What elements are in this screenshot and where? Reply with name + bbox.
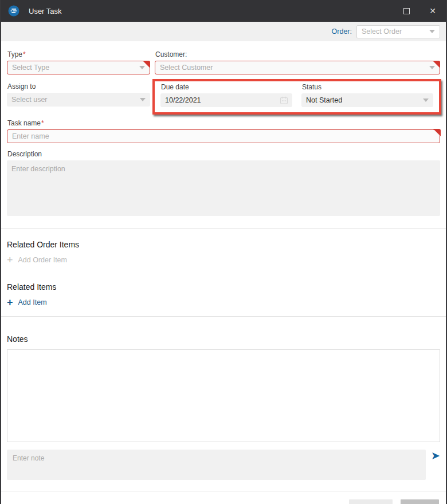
save-button[interactable]: SAVE xyxy=(401,499,439,504)
section-divider xyxy=(1,228,446,229)
send-note-button[interactable]: ➤ xyxy=(431,450,440,461)
calendar-icon xyxy=(280,96,288,105)
description-label: Description xyxy=(7,150,440,158)
window-title: User Task xyxy=(29,7,62,15)
cancel-button[interactable]: CANCEL xyxy=(349,499,393,504)
type-select-placeholder: Select Type xyxy=(12,64,49,72)
window-controls: ✕ xyxy=(393,0,446,22)
chevron-down-icon xyxy=(423,99,429,102)
customer-select-placeholder: Select Customer xyxy=(160,64,213,72)
required-asterisk: * xyxy=(23,50,26,58)
order-label: Order: xyxy=(332,27,352,36)
titlebar: User Task ✕ xyxy=(1,0,446,22)
plus-icon: + xyxy=(7,298,13,306)
description-field-group: Description xyxy=(7,150,440,218)
order-bar: Order: Select Order xyxy=(1,22,446,41)
red-highlight-annotation: Due date 10/22/2021 xyxy=(152,79,441,115)
due-date-field-group: Due date 10/22/2021 xyxy=(160,83,292,107)
maximize-icon xyxy=(403,8,410,14)
user-task-dialog: User Task ✕ Order: Select Order Type* xyxy=(0,0,447,504)
close-icon: ✕ xyxy=(429,7,436,15)
assign-to-placeholder: Select user xyxy=(11,96,48,104)
related-order-items-title: Related Order Items xyxy=(7,240,440,249)
due-date-value: 10/22/2021 xyxy=(165,96,201,104)
notes-title: Notes xyxy=(7,334,440,344)
type-select[interactable]: Select Type xyxy=(7,61,150,74)
type-label: Type* xyxy=(7,50,150,58)
task-name-input-wrap xyxy=(7,129,440,143)
due-date-input[interactable]: 10/22/2021 xyxy=(160,93,292,107)
task-name-input[interactable] xyxy=(7,129,440,143)
send-icon: ➤ xyxy=(431,450,440,462)
footer: CANCEL SAVE xyxy=(7,491,440,504)
assign-to-select[interactable]: Select user xyxy=(7,93,150,107)
note-input[interactable] xyxy=(7,450,426,480)
description-textarea[interactable] xyxy=(7,160,440,216)
customer-field-group: Customer: Select Customer xyxy=(155,50,440,74)
section-divider xyxy=(1,316,446,317)
row-type-customer: Type* Select Type Customer: Select Custo… xyxy=(7,50,440,74)
add-order-item-button[interactable]: + Add Order Item xyxy=(7,256,67,264)
assign-to-label: Assign to xyxy=(7,82,150,90)
order-select-placeholder: Select Order xyxy=(362,27,402,36)
order-select[interactable]: Select Order xyxy=(356,25,440,38)
type-field-group: Type* Select Type xyxy=(7,50,150,74)
status-value: Not Started xyxy=(306,96,342,104)
status-field-group: Status Not Started xyxy=(301,83,433,107)
app-logo-icon xyxy=(8,5,19,17)
notes-list-area xyxy=(7,349,440,442)
customer-select[interactable]: Select Customer xyxy=(155,61,440,74)
chevron-down-icon xyxy=(429,66,435,69)
due-date-label: Due date xyxy=(160,83,292,91)
add-order-item-label: Add Order Item xyxy=(18,256,67,264)
close-button[interactable]: ✕ xyxy=(419,0,446,22)
chevron-down-icon xyxy=(429,30,435,33)
type-label-text: Type xyxy=(7,50,22,58)
customer-label: Customer: xyxy=(155,50,440,58)
chevron-down-icon xyxy=(140,98,146,101)
task-name-field-group: Task name* xyxy=(7,119,440,143)
row-assign-due-status: Assign to Select user Due date 10/22/202… xyxy=(7,79,440,115)
task-name-label: Task name* xyxy=(7,119,440,127)
plus-icon: + xyxy=(7,256,13,264)
add-item-label: Add Item xyxy=(18,298,47,306)
status-select[interactable]: Not Started xyxy=(301,93,433,107)
related-items-title: Related Items xyxy=(7,282,440,292)
form-content: Type* Select Type Customer: Select Custo… xyxy=(1,41,446,504)
required-asterisk: * xyxy=(41,119,44,127)
add-item-button[interactable]: + Add Item xyxy=(7,298,47,306)
status-label: Status xyxy=(301,83,433,91)
note-composer: ➤ xyxy=(7,450,440,480)
maximize-button[interactable] xyxy=(393,0,419,22)
assign-to-field-group: Assign to Select user xyxy=(7,82,150,107)
task-name-label-text: Task name xyxy=(7,119,41,127)
chevron-down-icon xyxy=(139,66,145,69)
